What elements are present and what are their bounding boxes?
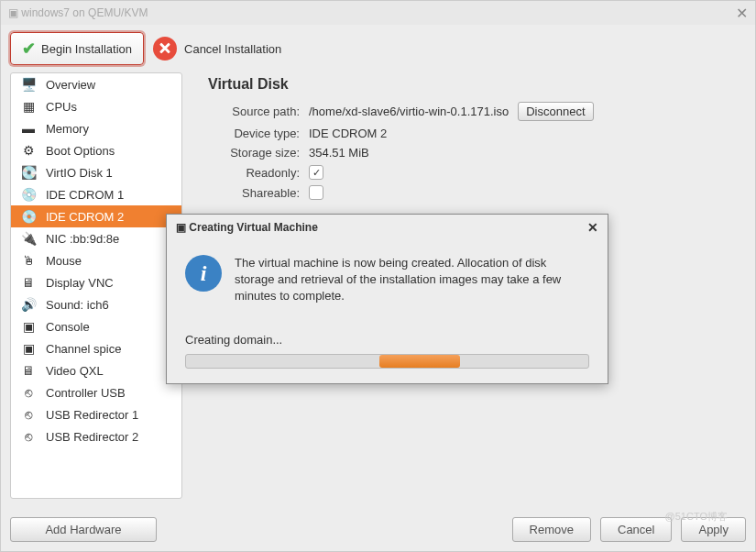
- device-icon: ▣: [18, 340, 38, 357]
- begin-label: Begin Installation: [41, 42, 132, 56]
- sidebar-item-ide-cdrom-2[interactable]: 💿IDE CDROM 2: [11, 205, 181, 227]
- sidebar-item-cpus[interactable]: ▦CPUs: [11, 95, 181, 117]
- sidebar-item-label: CPUs: [46, 100, 77, 114]
- sidebar-item-ide-cdrom-1[interactable]: 💿IDE CDROM 1: [11, 183, 181, 205]
- sidebar-item-label: Channel spice: [46, 342, 121, 356]
- storage-size-row: Storage size: 354.51 MiB: [208, 146, 728, 160]
- sidebar-item-usb-redirector-1[interactable]: ⎋USB Redirector 1: [11, 403, 181, 425]
- readonly-row: Readonly: ✓: [208, 165, 728, 180]
- device-icon: 🖥️: [18, 76, 38, 93]
- sidebar-item-label: Display VNC: [46, 276, 114, 290]
- cancel-button[interactable]: Cancel: [600, 517, 672, 542]
- shareable-row: Shareable:: [208, 185, 728, 200]
- device-icon: ⎋: [18, 384, 38, 401]
- source-path-row: Source path: /home/xd-slave6/virtio-win-…: [208, 102, 728, 121]
- sidebar-item-display-vnc[interactable]: 🖥Display VNC: [11, 271, 181, 293]
- device-icon: 💽: [18, 164, 38, 181]
- sidebar-item-sound-ich6[interactable]: 🔊Sound: ich6: [11, 293, 181, 315]
- dialog-title-text: Creating Virtual Machine: [189, 221, 317, 234]
- dialog-icon: ▣: [176, 221, 186, 234]
- footer: Add Hardware Remove Cancel Apply: [1, 508, 755, 551]
- device-type-row: Device type: IDE CDROM 2: [208, 127, 728, 140]
- dialog-titlebar: ▣ Creating Virtual Machine ✕: [167, 215, 608, 240]
- device-icon: 🖥: [18, 274, 38, 291]
- sidebar-item-label: USB Redirector 2: [46, 430, 138, 444]
- creating-vm-dialog: ▣ Creating Virtual Machine ✕ i The virtu…: [166, 214, 608, 384]
- device-icon: 🖱: [18, 252, 38, 269]
- add-hardware-button[interactable]: Add Hardware: [10, 517, 157, 542]
- sidebar-item-channel-spice[interactable]: ▣Channel spice: [11, 337, 181, 359]
- device-icon: ⎋: [18, 406, 38, 423]
- sidebar-item-mouse[interactable]: 🖱Mouse: [11, 249, 181, 271]
- sidebar-item-nic-bb-9d-8e[interactable]: 🔌NIC :bb:9d:8e: [11, 227, 181, 249]
- progress-label: Creating domain...: [185, 333, 589, 347]
- sidebar-item-boot-options[interactable]: ⚙Boot Options: [11, 139, 181, 161]
- sidebar-item-label: Overview: [46, 78, 95, 92]
- storage-size-value: 354.51 MiB: [309, 146, 369, 160]
- sidebar-item-label: IDE CDROM 2: [46, 210, 124, 224]
- sidebar-item-controller-usb[interactable]: ⎋Controller USB: [11, 381, 181, 403]
- window-title: windows7 on QEMU/KVM: [21, 6, 148, 19]
- dialog-close-icon[interactable]: ✕: [587, 220, 598, 235]
- sidebar-item-label: NIC :bb:9d:8e: [46, 232, 119, 246]
- source-path-value: /home/xd-slave6/virtio-win-0.1.171.iso: [309, 105, 509, 118]
- sidebar-item-label: Mouse: [46, 254, 82, 268]
- cancel-label: Cancel Installation: [184, 42, 281, 56]
- toolbar: ✔ Begin Installation Cancel Installation: [1, 25, 755, 72]
- device-icon: 🔌: [18, 230, 38, 247]
- sidebar-item-label: USB Redirector 1: [46, 408, 138, 422]
- sidebar-item-virtio-disk-1[interactable]: 💽VirtIO Disk 1: [11, 161, 181, 183]
- dialog-message: The virtual machine is now being created…: [235, 255, 589, 305]
- begin-installation-button[interactable]: ✔ Begin Installation: [10, 32, 144, 65]
- sidebar-item-label: Boot Options: [46, 144, 115, 158]
- hardware-sidebar: 🖥️Overview▦CPUs▬Memory⚙Boot Options💽Virt…: [10, 72, 182, 499]
- sidebar-item-label: Sound: ich6: [46, 298, 109, 312]
- sidebar-item-label: Console: [46, 320, 90, 334]
- sidebar-item-usb-redirector-2[interactable]: ⎋USB Redirector 2: [11, 425, 181, 447]
- cancel-installation-button[interactable]: Cancel Installation: [153, 37, 281, 61]
- device-icon: ⚙: [18, 142, 38, 159]
- sidebar-item-overview[interactable]: 🖥️Overview: [11, 73, 181, 95]
- close-icon[interactable]: ✕: [736, 5, 748, 22]
- sidebar-item-console[interactable]: ▣Console: [11, 315, 181, 337]
- remove-button[interactable]: Remove: [512, 517, 591, 542]
- device-icon: ⎋: [18, 428, 38, 445]
- app-icon: ▣: [8, 6, 18, 19]
- sidebar-item-label: Video QXL: [46, 364, 104, 378]
- sidebar-item-label: VirtIO Disk 1: [46, 166, 113, 180]
- device-icon: 🖥: [18, 362, 38, 379]
- sidebar-item-memory[interactable]: ▬Memory: [11, 117, 181, 139]
- sidebar-item-video-qxl[interactable]: 🖥Video QXL: [11, 359, 181, 381]
- sidebar-item-label: Controller USB: [46, 386, 126, 400]
- device-icon: ▣: [18, 318, 38, 335]
- progress-bar: [185, 354, 589, 369]
- disconnect-button[interactable]: Disconnect: [518, 102, 593, 121]
- vm-manager-window: ▣ windows7 on QEMU/KVM ✕ ✔ Begin Install…: [0, 0, 756, 552]
- panel-title: Virtual Disk: [208, 76, 728, 93]
- sidebar-item-label: Memory: [46, 122, 89, 136]
- readonly-checkbox[interactable]: ✓: [309, 165, 323, 180]
- cancel-icon: [153, 37, 177, 61]
- check-icon: ✔: [22, 39, 36, 59]
- device-icon: ▦: [18, 98, 38, 115]
- info-icon: i: [185, 255, 222, 292]
- titlebar: ▣ windows7 on QEMU/KVM ✕: [1, 1, 755, 25]
- device-icon: ▬: [18, 120, 38, 137]
- device-icon: 🔊: [18, 296, 38, 313]
- device-icon: 💿: [18, 186, 38, 203]
- watermark: @51CTO博客: [665, 510, 728, 524]
- device-icon: 💿: [18, 208, 38, 225]
- device-type-value: IDE CDROM 2: [309, 127, 387, 140]
- shareable-checkbox[interactable]: [309, 185, 323, 200]
- progress-fill: [379, 355, 460, 368]
- sidebar-item-label: IDE CDROM 1: [46, 188, 124, 202]
